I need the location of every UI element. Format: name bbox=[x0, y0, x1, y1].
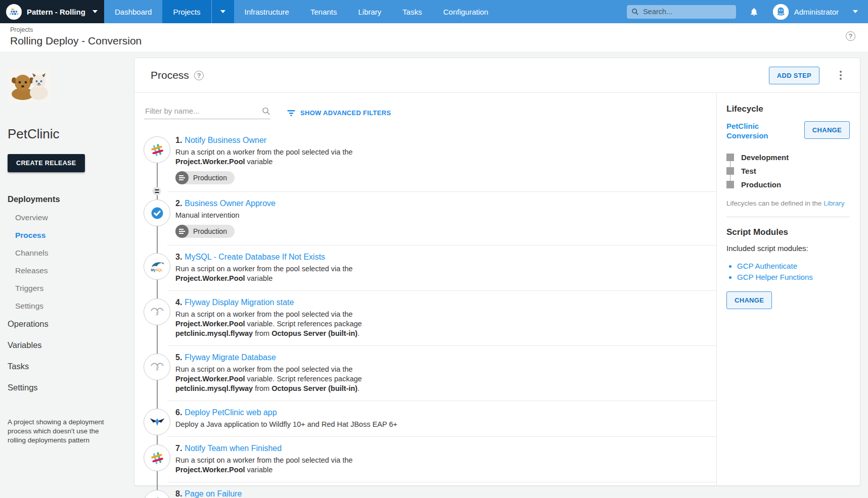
user-menu[interactable]: Administrator bbox=[794, 8, 839, 16]
top-nav: Pattern - Rolling DashboardProjectsInfra… bbox=[0, 0, 868, 23]
nav-item-infrastructure[interactable]: Infrastructure bbox=[234, 0, 300, 23]
script-module-item: GCP Helper Functions bbox=[737, 272, 850, 283]
project-switcher[interactable]: Pattern - Rolling bbox=[0, 0, 104, 23]
lifecycle-phase-production: Production bbox=[726, 178, 850, 191]
library-link[interactable]: Library bbox=[824, 200, 844, 207]
phase-label: Development bbox=[741, 153, 789, 162]
sidebar-item-process[interactable]: Process bbox=[15, 231, 126, 240]
nav-item-configuration[interactable]: Configuration bbox=[433, 0, 499, 23]
row-divider bbox=[167, 290, 716, 291]
step-condition-badge bbox=[153, 187, 161, 195]
sidebar-item-settings[interactable]: Settings bbox=[8, 383, 126, 392]
sidebar-item-tasks[interactable]: Tasks bbox=[8, 362, 126, 371]
svg-text:SQL: SQL bbox=[156, 268, 162, 272]
step-name-link[interactable]: Deploy PetClinic web app bbox=[185, 408, 277, 417]
global-search[interactable] bbox=[627, 5, 736, 19]
nav-right: Administrator bbox=[627, 0, 868, 23]
lifecycle-note: Lifecycles can be defined in the Library bbox=[726, 200, 850, 207]
step-row: 6.Deploy PetClinic web appDeploy a Java … bbox=[134, 401, 716, 436]
step-row: 4.Flyway Display Migration stateRun a sc… bbox=[134, 290, 716, 345]
step-name-link[interactable]: Page on Failure bbox=[185, 489, 242, 498]
step-description: Run a script on a worker from the pool s… bbox=[175, 310, 419, 338]
environment-chip-label: Production bbox=[193, 174, 227, 182]
step-description: Run a script on a worker from the pool s… bbox=[175, 147, 419, 167]
script-modules-list: GCP AuthenticateGCP Helper Functions bbox=[726, 261, 850, 283]
nav-item-tasks[interactable]: Tasks bbox=[392, 0, 432, 23]
sidebar-item-releases[interactable]: Releases bbox=[15, 266, 126, 275]
step-title: 5.Flyway Migrate Database bbox=[175, 353, 704, 362]
step-title: 4.Flyway Display Migration state bbox=[175, 298, 704, 307]
sidebar-item-overview[interactable]: Overview bbox=[15, 213, 126, 222]
step-row: MySQL3.MySQL - Create Database If Not Ex… bbox=[134, 245, 716, 290]
step-description: Run a script on a worker from the pool s… bbox=[175, 264, 419, 283]
deployment-steps-list: 1.Notify Business OwnerRun a script on a… bbox=[134, 128, 716, 498]
filter-input[interactable] bbox=[144, 106, 262, 116]
process-help-icon[interactable]: ? bbox=[194, 71, 204, 80]
step-description: Manual intervention bbox=[175, 211, 419, 220]
overflow-menu-icon[interactable] bbox=[838, 69, 844, 82]
nav-item-library[interactable]: Library bbox=[348, 0, 392, 23]
environment-list-icon bbox=[175, 171, 189, 184]
step-title: 1.Notify Business Owner bbox=[175, 136, 704, 145]
step-description: Run a script on a worker from the pool s… bbox=[175, 456, 419, 475]
flyway-icon bbox=[144, 354, 170, 380]
search-input[interactable] bbox=[642, 7, 732, 16]
project-nav: DeploymentsOverviewProcessChannelsReleas… bbox=[8, 194, 126, 392]
process-title: Process bbox=[151, 69, 189, 81]
page-title: Rolling Deploy - Conversion bbox=[10, 35, 142, 47]
change-script-modules-button[interactable]: CHANGE bbox=[726, 291, 772, 309]
row-divider bbox=[167, 345, 716, 346]
nav-item-tenants[interactable]: Tenants bbox=[300, 0, 348, 23]
create-release-button[interactable]: CREATE RELEASE bbox=[8, 154, 85, 172]
chevron-down-icon[interactable] bbox=[853, 10, 858, 13]
filter-by-name[interactable] bbox=[144, 106, 270, 119]
step-name-link[interactable]: Flyway Display Migration state bbox=[185, 298, 294, 307]
page-help-icon[interactable]: ? bbox=[846, 31, 855, 41]
show-advanced-filters[interactable]: SHOW ADVANCED FILTERS bbox=[287, 109, 391, 117]
breadcrumb-bar: Projects Rolling Deploy - Conversion ? bbox=[0, 23, 868, 52]
sidebar-group-deployments: Deployments bbox=[8, 194, 126, 204]
change-lifecycle-button[interactable]: CHANGE bbox=[804, 121, 850, 139]
nav-item-dashboard[interactable]: Dashboard bbox=[104, 0, 162, 23]
project-logo-image bbox=[8, 68, 52, 103]
step-row: 5.Flyway Migrate DatabaseRun a script on… bbox=[134, 345, 716, 401]
step-number: 4. bbox=[175, 298, 182, 307]
wildfly-icon bbox=[144, 409, 170, 435]
step-name-link[interactable]: Notify Team when Finished bbox=[185, 444, 282, 453]
chevron-down-icon bbox=[93, 10, 98, 13]
script-module-link[interactable]: GCP Helper Functions bbox=[737, 273, 813, 281]
nav-item-label: Tasks bbox=[402, 8, 422, 16]
phase-label: Test bbox=[741, 167, 756, 175]
step-number: 5. bbox=[175, 353, 182, 362]
nav-item-projects-dropdown[interactable] bbox=[211, 0, 234, 23]
process-side-panel: Lifecycle PetClinic Conversion CHANGE De… bbox=[716, 93, 860, 485]
add-step-button[interactable]: ADD STEP bbox=[769, 67, 819, 84]
environment-chip: Production bbox=[175, 171, 235, 184]
main-nav-items: DashboardProjectsInfrastructureTenantsLi… bbox=[104, 0, 499, 23]
phase-label: Production bbox=[741, 180, 781, 189]
step-title: 2.Business Owner Approve bbox=[175, 199, 704, 208]
step-name-link[interactable]: MySQL - Create Database If Not Exists bbox=[185, 253, 325, 261]
step-number: 1. bbox=[175, 136, 182, 144]
nav-item-projects[interactable]: Projects bbox=[162, 0, 211, 23]
sidebar-item-variables[interactable]: Variables bbox=[8, 340, 126, 350]
sidebar-item-settings[interactable]: Settings bbox=[15, 302, 126, 311]
lifecycle-name-link[interactable]: PetClinic Conversion bbox=[726, 121, 787, 140]
script-module-link[interactable]: GCP Authenticate bbox=[737, 262, 797, 270]
step-name-link[interactable]: Flyway Migrate Database bbox=[185, 353, 276, 362]
sidebar-item-triggers[interactable]: Triggers bbox=[15, 284, 126, 293]
lifecycle-phase-test: Test bbox=[726, 164, 850, 178]
sidebar-item-channels[interactable]: Channels bbox=[15, 248, 126, 258]
breadcrumb[interactable]: Projects bbox=[10, 26, 33, 33]
step-description: Deploy a Java application to Wildfly 10+… bbox=[175, 420, 419, 429]
nav-item-label: Projects bbox=[173, 8, 200, 16]
sidebar-item-operations[interactable]: Operations bbox=[8, 319, 126, 329]
lifecycle-phase-development: Development bbox=[726, 151, 850, 164]
user-avatar[interactable] bbox=[773, 4, 789, 20]
step-title: 8.Page on Failure bbox=[175, 489, 704, 498]
notifications-bell-icon[interactable] bbox=[749, 7, 759, 17]
slack-icon bbox=[144, 136, 170, 163]
step-name-link[interactable]: Notify Business Owner bbox=[185, 136, 266, 144]
step-title: 7.Notify Team when Finished bbox=[175, 444, 704, 453]
step-name-link[interactable]: Business Owner Approve bbox=[185, 199, 276, 208]
